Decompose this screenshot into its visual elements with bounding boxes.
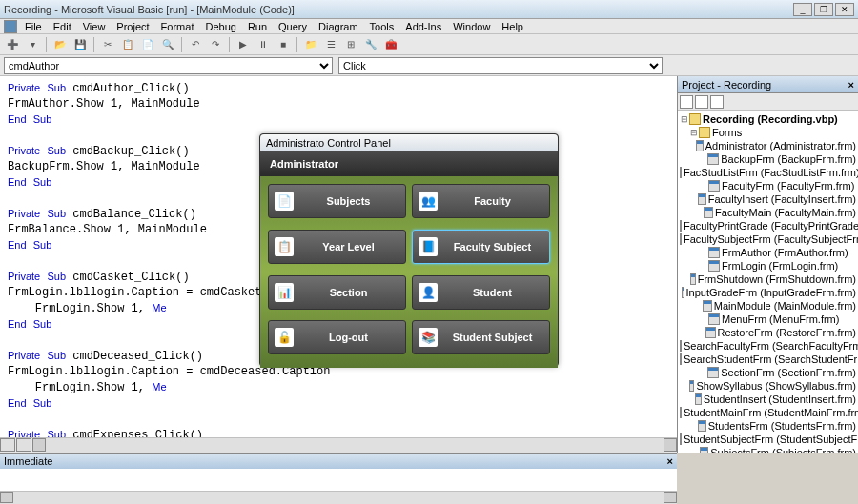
tree-item-label: StudentSubjectFrm (StudentSubjectFrm	[684, 433, 858, 445]
dropdown-button[interactable]: ▾	[24, 36, 41, 53]
menu-edit[interactable]: Edit	[48, 21, 77, 32]
immediate-close-button[interactable]: ×	[667, 455, 673, 467]
minimize-button[interactable]: _	[793, 3, 812, 16]
admin-log-out-button[interactable]: 🔓Log-out	[268, 320, 406, 354]
project-root[interactable]: ⊟Recording (Recording.vbp)	[680, 112, 856, 126]
tree-item[interactable]: BackupFrm (BackupFrm.frm)	[680, 152, 856, 166]
tree-item[interactable]: SearchFacultyFrm (SearchFacultyFrm.fr	[680, 339, 856, 353]
tree-item[interactable]: RestoreFrm (RestoreFrm.frm)	[680, 326, 856, 339]
admin-faculty-button[interactable]: 👥Faculty	[412, 184, 550, 218]
procedure-selector[interactable]: Click	[338, 57, 663, 74]
tree-item[interactable]: SubjectsFrm (SubjectsFrm.frm)	[680, 446, 856, 453]
admin-year-level-button[interactable]: 📋Year Level	[268, 230, 406, 264]
tree-item[interactable]: InputGradeFrm (InputGradeFrm.frm)	[680, 286, 856, 299]
tree-item[interactable]: MenuFrm (MenuFrm.frm)	[680, 312, 856, 326]
tree-item[interactable]: StudentSubjectFrm (StudentSubjectFrm	[680, 433, 856, 446]
menu-file[interactable]: File	[19, 21, 48, 32]
view-object-button[interactable]	[695, 95, 708, 109]
menu-project[interactable]: Project	[111, 21, 154, 32]
copy-button[interactable]: 📋	[119, 36, 136, 53]
tree-item[interactable]: FacultyPrintGrade (FacultyPrintGrade.fr	[680, 219, 856, 232]
project-tree[interactable]: ⊟Recording (Recording.vbp)⊟FormsAdminist…	[678, 111, 858, 453]
folder-forms[interactable]: ⊟Forms	[680, 126, 856, 139]
full-module-view-tab[interactable]	[16, 438, 31, 452]
project-explorer-button[interactable]: 📁	[302, 36, 319, 53]
scroll-right-button[interactable]	[664, 438, 677, 452]
immediate-input[interactable]	[0, 469, 677, 491]
admin-student-subject-button[interactable]: 📚Student Subject	[412, 320, 550, 354]
tree-item[interactable]: StudentInsert (StudentInsert.frm)	[680, 393, 856, 406]
paste-button[interactable]: 📄	[139, 36, 156, 53]
undo-button[interactable]: ↶	[187, 36, 204, 53]
menu-diagram[interactable]: Diagram	[313, 21, 364, 32]
run-button[interactable]: ▶	[235, 36, 252, 53]
redo-button[interactable]: ↷	[207, 36, 224, 53]
menu-query[interactable]: Query	[273, 21, 313, 32]
cut-button[interactable]: ✂	[99, 36, 116, 53]
save-button[interactable]: 💾	[72, 36, 89, 53]
tree-item[interactable]: Administrator (Administrator.frm)	[680, 139, 856, 152]
tree-item[interactable]: MainModule (MainModule.frm)	[680, 299, 856, 312]
admin-titlebar[interactable]: Administrato Control Panel	[260, 134, 558, 151]
menu-window[interactable]: Window	[447, 21, 496, 32]
pause-button[interactable]: ⏸	[255, 36, 272, 53]
open-button[interactable]: 📂	[51, 36, 69, 53]
immediate-scroll-right[interactable]	[664, 492, 677, 503]
tree-item-label: SearchFacultyFrm (SearchFacultyFrm.fr	[684, 340, 858, 352]
tree-item[interactable]: SearchStudentFrm (SearchStudentFrm.f	[680, 353, 856, 366]
find-button[interactable]: 🔍	[159, 36, 176, 53]
tree-item[interactable]: FrmLogin (FrmLogin.frm)	[680, 259, 856, 272]
tree-item[interactable]: StudentsFrm (StudentsFrm.frm)	[680, 419, 856, 433]
menu-debug[interactable]: Debug	[199, 21, 241, 32]
tree-item-label: StudentInsert (StudentInsert.frm)	[704, 393, 856, 405]
scroll-left-button[interactable]	[32, 438, 46, 452]
folder-icon	[699, 127, 710, 138]
maximize-button[interactable]: ❐	[814, 3, 833, 16]
project-panel-close-button[interactable]: ×	[848, 79, 854, 91]
admin-button-icon: 📚	[419, 328, 438, 347]
menu-add-ins[interactable]: Add-Ins	[399, 21, 447, 32]
stop-button[interactable]: ■	[275, 36, 292, 53]
properties-button[interactable]: ☰	[322, 36, 339, 53]
toolbox-button[interactable]: 🧰	[382, 36, 399, 53]
tree-item-label: FrmAuthor (FrmAuthor.frm)	[722, 247, 848, 258]
tree-item[interactable]: FacultySubjectFrm (FacultySubjectFrm.f	[680, 232, 856, 246]
tree-item[interactable]: StudentMainFrm (StudentMainFrm.frm)	[680, 406, 856, 419]
procedure-view-tab[interactable]	[0, 438, 15, 452]
tree-item[interactable]: FrmShutdown (FrmShutdown.frm)	[680, 272, 856, 286]
tree-item[interactable]: FacultyFrm (FacultyFrm.frm)	[680, 179, 856, 192]
folder-icon	[689, 113, 701, 125]
tree-item-label: SearchStudentFrm (SearchStudentFrm.f	[684, 353, 858, 365]
object-browser-button[interactable]: 🔧	[362, 36, 379, 53]
admin-section-button[interactable]: 📊Section	[268, 275, 406, 310]
project-toolbar	[678, 93, 858, 111]
tree-item[interactable]: FacStudListFrm (FacStudListFrm.frm)	[680, 166, 856, 179]
tree-item[interactable]: FacultyInsert (FacultyInsert.frm)	[680, 192, 856, 206]
admin-subjects-button[interactable]: 📄Subjects	[268, 184, 406, 218]
tree-item[interactable]: SectionFrm (SectionFrm.frm)	[680, 366, 856, 379]
admin-faculty-subject-button[interactable]: 📘Faculty Subject	[412, 230, 550, 264]
add-form-button[interactable]: ➕	[4, 36, 21, 53]
menu-format[interactable]: Format	[155, 21, 200, 32]
toggle-folders-button[interactable]	[710, 95, 724, 109]
admin-student-button[interactable]: 👤Student	[412, 275, 550, 310]
form-layout-button[interactable]: ⊞	[342, 36, 359, 53]
tree-item[interactable]: FacultyMain (FacultyMain.frm)	[680, 206, 856, 219]
tree-expander-icon[interactable]: ⊟	[689, 128, 699, 137]
code-horizontal-scrollbar[interactable]	[0, 437, 677, 453]
tree-expander-icon[interactable]: ⊟	[680, 114, 689, 124]
menu-view[interactable]: View	[77, 21, 112, 32]
menu-help[interactable]: Help	[496, 21, 529, 32]
scroll-track[interactable]	[46, 438, 664, 453]
admin-button-icon: 📋	[275, 237, 294, 256]
immediate-scrollbar[interactable]	[0, 491, 677, 504]
menu-tools[interactable]: Tools	[364, 21, 400, 32]
immediate-window: Immediate ×	[0, 453, 677, 504]
view-code-button[interactable]	[680, 95, 693, 109]
tree-item[interactable]: ShowSyllabus (ShowSyllabus.frm)	[680, 379, 856, 393]
close-button[interactable]: ✕	[835, 3, 854, 16]
immediate-scroll-left[interactable]	[0, 492, 13, 503]
tree-item[interactable]: FrmAuthor (FrmAuthor.frm)	[680, 246, 856, 259]
menu-run[interactable]: Run	[242, 21, 273, 32]
object-selector[interactable]: cmdAuthor	[4, 57, 333, 74]
